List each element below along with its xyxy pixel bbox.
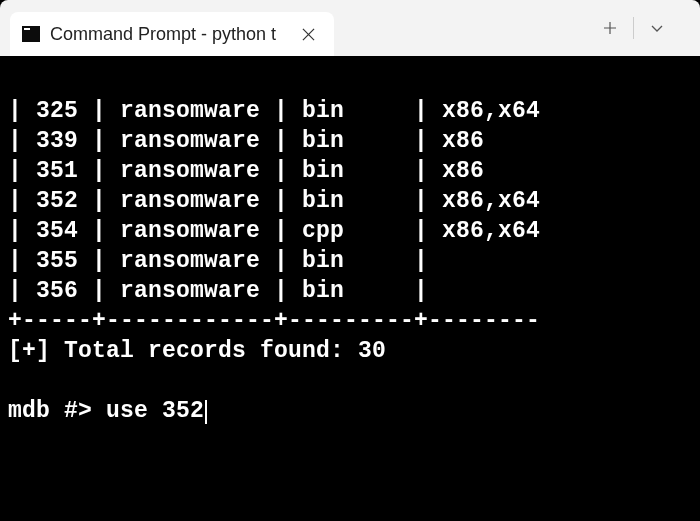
tab-title: Command Prompt - python t xyxy=(50,24,276,45)
prompt-line: mdb #> use 352 xyxy=(8,398,207,424)
titlebar: Command Prompt - python t xyxy=(0,0,700,56)
plus-icon xyxy=(603,21,617,35)
table-rows: | 325 | ransomware | bin | x86,x64 | 339… xyxy=(8,96,692,306)
tab-container: Command Prompt - python t xyxy=(0,0,587,56)
titlebar-controls xyxy=(587,0,700,56)
cmd-icon xyxy=(22,26,40,42)
tab-close-button[interactable] xyxy=(294,20,322,48)
tab-active[interactable]: Command Prompt - python t xyxy=(10,12,334,56)
table-row: | 355 | ransomware | bin | xyxy=(8,246,692,276)
close-icon xyxy=(302,28,315,41)
terminal-content[interactable]: | 325 | ransomware | bin | x86,x64 | 339… xyxy=(0,56,700,466)
chevron-down-icon xyxy=(650,21,664,35)
table-row: | 354 | ransomware | cpp | x86,x64 xyxy=(8,216,692,246)
terminal-window: Command Prompt - python t | 325 | ransom… xyxy=(0,0,700,521)
table-row: | 356 | ransomware | bin | xyxy=(8,276,692,306)
table-separator: +-----+------------+---------+-------- xyxy=(8,306,692,336)
new-tab-button[interactable] xyxy=(587,6,633,50)
table-row: | 352 | ransomware | bin | x86,x64 xyxy=(8,186,692,216)
table-row: | 351 | ransomware | bin | x86 xyxy=(8,156,692,186)
prompt-text: mdb #> xyxy=(8,398,106,424)
command-text: use 352 xyxy=(106,398,204,424)
table-row: | 325 | ransomware | bin | x86,x64 xyxy=(8,96,692,126)
total-records-line: [+] Total records found: 30 xyxy=(8,336,692,366)
cursor xyxy=(205,400,207,424)
dropdown-button[interactable] xyxy=(634,6,680,50)
table-row: | 339 | ransomware | bin | x86 xyxy=(8,126,692,156)
